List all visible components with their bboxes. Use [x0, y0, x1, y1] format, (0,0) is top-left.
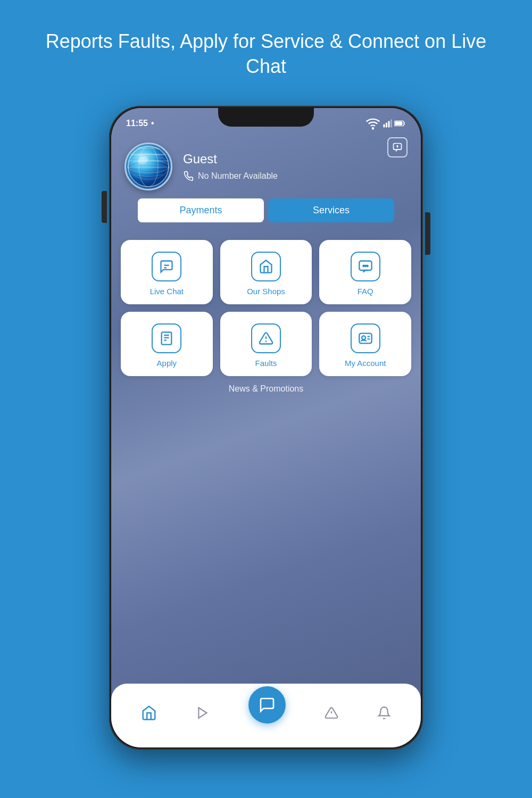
apply-icon	[152, 323, 181, 353]
svg-rect-1	[384, 124, 385, 127]
wifi-icon	[365, 116, 380, 131]
comment-icon	[392, 142, 403, 153]
phone-content: Guest No Number Available	[111, 108, 421, 747]
nav-home[interactable]	[141, 705, 157, 721]
tab-row: Payments Services	[138, 198, 394, 222]
bottom-nav	[111, 684, 421, 747]
phone-icon	[183, 171, 194, 181]
media-nav-icon	[196, 706, 210, 720]
menu-grid: Live Chat Our Shops	[111, 230, 421, 381]
faq-label: FAQ	[358, 287, 373, 296]
faq-chat-icon	[358, 259, 373, 274]
header-title: Reports Faults, Apply for Service & Conn…	[46, 30, 486, 77]
shop-icon	[251, 252, 281, 281]
form-icon	[159, 331, 174, 346]
nav-alert[interactable]	[325, 706, 338, 720]
menu-item-my-account[interactable]: My Account	[319, 312, 411, 376]
svg-point-20	[363, 265, 364, 266]
svg-rect-2	[386, 122, 387, 127]
profile-name: Guest	[183, 152, 278, 167]
menu-item-apply[interactable]: Apply	[121, 312, 213, 376]
svg-point-0	[372, 128, 373, 129]
user-card-icon	[358, 331, 373, 346]
center-chat-icon	[259, 696, 276, 713]
news-label: News & Promotions	[229, 384, 304, 393]
tab-services[interactable]: Services	[268, 198, 394, 222]
faults-label: Faults	[255, 359, 277, 368]
profile-row: Guest No Number Available	[124, 143, 278, 190]
faults-icon	[251, 323, 281, 353]
home-nav-icon	[141, 705, 157, 721]
phone-frame: 11:55 •	[109, 106, 423, 750]
our-shops-label: Our Shops	[247, 287, 285, 296]
live-chat-icon	[152, 252, 181, 281]
bell-nav-icon	[377, 706, 391, 720]
notification-icon[interactable]	[387, 137, 408, 157]
battery-icon	[394, 120, 406, 127]
menu-item-live-chat[interactable]: Live Chat	[121, 240, 213, 304]
phone-screen: 11:55 •	[111, 108, 421, 747]
home-shop-icon	[259, 259, 273, 274]
globe-icon	[127, 145, 170, 188]
tab-payments[interactable]: Payments	[138, 198, 264, 222]
svg-rect-6	[395, 121, 402, 125]
status-right	[365, 116, 406, 131]
avatar	[124, 143, 172, 190]
page-header: Reports Faults, Apply for Service & Conn…	[0, 0, 532, 101]
svg-point-22	[367, 265, 368, 266]
faq-icon	[351, 252, 380, 281]
phone-wrapper: 11:55 •	[0, 106, 532, 750]
news-promotions[interactable]: News & Promotions	[111, 381, 421, 394]
profile-info: Guest No Number Available	[183, 152, 278, 181]
status-left: 11:55 •	[126, 119, 154, 128]
svg-rect-3	[388, 121, 390, 127]
page-container: Reports Faults, Apply for Service & Conn…	[0, 0, 532, 750]
menu-item-faults[interactable]: Faults	[220, 312, 312, 376]
menu-item-our-shops[interactable]: Our Shops	[220, 240, 312, 304]
status-dot: •	[151, 119, 154, 128]
apply-label: Apply	[157, 359, 177, 368]
chat-bubble-icon	[159, 259, 174, 274]
live-chat-label: Live Chat	[150, 287, 184, 296]
svg-marker-31	[199, 708, 207, 718]
alert-nav-icon	[325, 706, 338, 720]
profile-phone: No Number Available	[183, 171, 278, 181]
nav-media[interactable]	[196, 706, 210, 720]
svg-point-21	[364, 265, 365, 266]
phone-number: No Number Available	[198, 171, 278, 181]
svg-point-30	[362, 336, 365, 339]
nav-bell[interactable]	[377, 706, 391, 720]
account-icon	[351, 323, 380, 353]
warning-icon	[259, 331, 273, 346]
avatar-globe	[127, 145, 170, 188]
svg-rect-4	[390, 119, 392, 127]
svg-point-9	[397, 145, 398, 146]
menu-item-faq[interactable]: FAQ	[319, 240, 411, 304]
my-account-label: My Account	[345, 359, 386, 368]
phone-notch	[218, 108, 314, 127]
signal-icon	[383, 119, 392, 128]
status-time: 11:55	[126, 119, 148, 128]
nav-center-chat[interactable]	[248, 686, 286, 724]
